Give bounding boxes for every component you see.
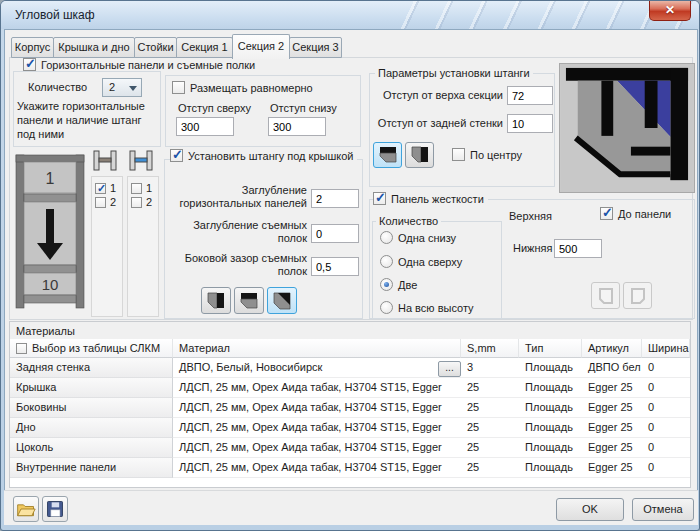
stiffness-shape-right-button[interactable] bbox=[623, 282, 652, 309]
checkbox-icon[interactable] bbox=[95, 197, 106, 208]
distribute-evenly-checkbox[interactable]: Размещать равномерно bbox=[172, 81, 317, 94]
open-folder-icon bbox=[16, 499, 36, 519]
stiffness-count-title: Количество bbox=[376, 215, 441, 227]
diagram-top-number: 1 bbox=[46, 170, 55, 187]
radio-icon[interactable] bbox=[380, 231, 393, 244]
footer-bar: OK Отмена bbox=[4, 490, 698, 525]
folded-page-right-icon bbox=[628, 286, 648, 306]
center-checkbox[interactable]: По центру bbox=[452, 148, 526, 161]
chevron-down-icon bbox=[129, 86, 137, 91]
lower-input[interactable] bbox=[554, 239, 602, 258]
offset-top-input[interactable] bbox=[176, 117, 234, 136]
rod2-panel2-checkbox[interactable]: 2 bbox=[131, 196, 152, 208]
offset-bottom-input[interactable] bbox=[268, 117, 326, 136]
rod-blue-icon bbox=[127, 150, 155, 172]
quantity-label: Количество bbox=[28, 81, 87, 93]
offset-from-back-input[interactable] bbox=[507, 114, 553, 133]
rod2-panel1-checkbox[interactable]: 1 bbox=[131, 182, 152, 194]
rod-params-title: Параметры установки штанги bbox=[375, 67, 533, 79]
rod1-panel2-checkbox[interactable]: 2 bbox=[95, 196, 116, 208]
radio-icon[interactable] bbox=[380, 301, 393, 314]
radio-full-height[interactable]: На всю высоту bbox=[380, 301, 478, 314]
tab-stoyki[interactable]: Стойки bbox=[134, 37, 177, 58]
checkbox-icon[interactable] bbox=[170, 149, 183, 162]
radio-two[interactable]: Две bbox=[380, 278, 421, 291]
materials-table-header: Выбор из таблицы СЛКМ Материал S,mm Тип … bbox=[10, 339, 690, 358]
shelf-style-vertical-button[interactable] bbox=[201, 287, 231, 314]
table-row[interactable]: Внутренние панели ЛДСП, 25 мм, Орех Аида… bbox=[10, 458, 690, 478]
header-slkm[interactable]: Выбор из таблицы СЛКМ bbox=[10, 339, 173, 358]
to-panel-checkbox[interactable]: До панели bbox=[600, 207, 675, 220]
down-arrow-icon bbox=[46, 209, 54, 244]
folded-page-left-icon bbox=[596, 286, 616, 306]
cancel-button[interactable]: Отмена bbox=[632, 498, 694, 521]
table-row[interactable]: Дно ЛДСП, 25 мм, Орех Аида табак, H3704 … bbox=[10, 418, 690, 438]
checkbox-icon[interactable] bbox=[600, 207, 613, 220]
offset-from-top-label: Отступ от верха секции bbox=[375, 89, 503, 102]
checkbox-icon[interactable] bbox=[452, 148, 465, 161]
side-gap-label: Боковой зазор съемных полок bbox=[167, 252, 307, 278]
tab-sekciya-2[interactable]: Секция 2 bbox=[232, 34, 290, 59]
radio-one-bottom[interactable]: Одна снизу bbox=[380, 231, 460, 244]
slkm-checkbox-icon[interactable] bbox=[16, 343, 27, 354]
ok-button[interactable]: OK bbox=[556, 498, 624, 521]
panel-horizontal-icon bbox=[378, 145, 398, 165]
checkbox-icon[interactable] bbox=[95, 183, 106, 194]
rod-gray-icon bbox=[91, 150, 119, 172]
stiffness-shape-left-button[interactable] bbox=[591, 282, 620, 309]
checkbox-icon[interactable] bbox=[23, 58, 36, 71]
rod-under-top-checkbox[interactable]: Установить штангу под крышкой bbox=[170, 149, 357, 162]
offset-from-top-input[interactable] bbox=[507, 86, 553, 105]
cabinet-diagram: 1 10 bbox=[13, 153, 87, 317]
window-title: Угловой шкаф bbox=[15, 8, 95, 22]
table-row[interactable]: Задняя стенка ДВПО, Белый, Новосибирск 3… bbox=[10, 358, 690, 378]
material-browse-button[interactable]: ... bbox=[438, 361, 461, 377]
rod-orientation-vertical-button[interactable] bbox=[405, 142, 434, 168]
table-row[interactable]: Боковины ЛДСП, 25 мм, Орех Аида табак, H… bbox=[10, 398, 690, 418]
header-width[interactable]: Ширина bbox=[642, 339, 690, 358]
checkbox-icon[interactable] bbox=[131, 183, 142, 194]
lower-label: Нижняя bbox=[513, 242, 552, 254]
quantity-dropdown[interactable]: 2 bbox=[102, 78, 142, 97]
quantity-hint: Укажите горизонтальные панели и наличие … bbox=[17, 99, 159, 141]
checkbox-icon[interactable] bbox=[373, 192, 386, 205]
checkbox-icon[interactable] bbox=[131, 197, 142, 208]
rod1-panel1-checkbox[interactable]: 1 bbox=[95, 182, 116, 194]
tab-sekciya-1[interactable]: Секция 1 bbox=[176, 37, 233, 58]
rod-orientation-horizontal-button[interactable] bbox=[373, 142, 402, 168]
offset-from-back-label: Отступ от задней стенки bbox=[375, 117, 503, 130]
tab-korpus[interactable]: Корпус bbox=[11, 37, 54, 58]
open-button[interactable] bbox=[13, 496, 39, 522]
header-thickness[interactable]: S,mm bbox=[461, 339, 519, 358]
header-type[interactable]: Тип bbox=[519, 339, 582, 358]
diagram-bottom-number: 10 bbox=[42, 276, 59, 293]
dialog-window: Угловой шкаф ✕ Корпус Крышка и дно Стойк… bbox=[0, 0, 700, 531]
header-article[interactable]: Артикул bbox=[582, 339, 642, 358]
upper-label: Верхняя bbox=[509, 210, 552, 222]
radio-icon[interactable] bbox=[380, 255, 393, 268]
tab-sekciya-3[interactable]: Секция 3 bbox=[289, 37, 342, 58]
side-gap-input[interactable] bbox=[311, 257, 359, 276]
radio-one-top[interactable]: Одна сверху bbox=[380, 255, 466, 268]
shelf-style-horizontal-button[interactable] bbox=[234, 287, 264, 314]
rod-list-2: 1 2 bbox=[127, 176, 159, 317]
header-material[interactable]: Материал bbox=[173, 339, 461, 358]
panel-vertical-icon bbox=[410, 145, 430, 165]
stiffness-panel-checkbox[interactable]: Панель жесткости bbox=[373, 192, 488, 205]
table-row[interactable]: Крышка ЛДСП, 25 мм, Орех Аида табак, H37… bbox=[10, 378, 690, 398]
recess-horizontal-label: Заглубление горизонтальных панелей bbox=[167, 184, 307, 210]
horizontal-panels-checkbox[interactable]: Горизонтальные панели и съемные полки bbox=[23, 58, 259, 71]
panel-diagonal-icon bbox=[272, 291, 292, 311]
checkbox-icon[interactable] bbox=[172, 81, 185, 94]
radio-icon[interactable] bbox=[380, 278, 393, 291]
shelf-style-diagonal-button[interactable] bbox=[267, 287, 297, 314]
recess-horizontal-input[interactable] bbox=[311, 189, 359, 208]
save-button[interactable] bbox=[42, 496, 68, 522]
tab-kryshka-i-dno[interactable]: Крышка и дно bbox=[53, 37, 135, 58]
table-row[interactable]: Цоколь ЛДСП, 25 мм, Орех Аида табак, H37… bbox=[10, 438, 690, 458]
save-floppy-icon bbox=[45, 499, 65, 519]
close-icon[interactable]: ✕ bbox=[649, 1, 691, 21]
recess-shelves-input[interactable] bbox=[311, 224, 359, 243]
materials-title: Материалы bbox=[16, 325, 75, 337]
offset-top-label: Отступ сверху bbox=[178, 102, 251, 114]
